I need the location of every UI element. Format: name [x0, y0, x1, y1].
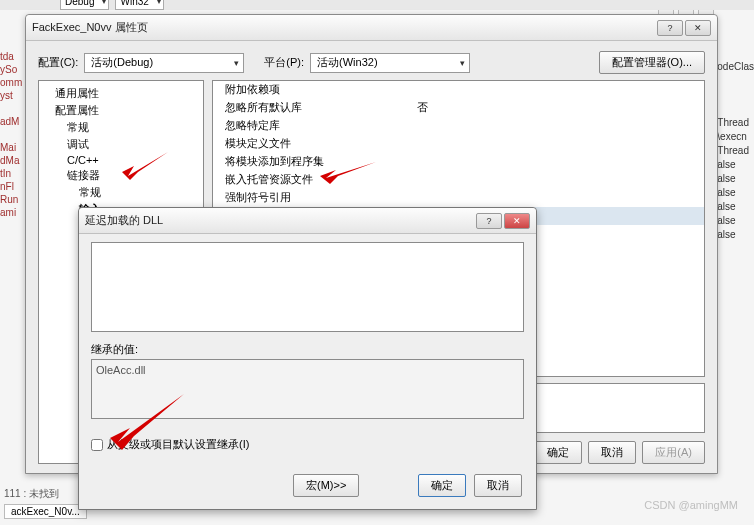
property-name: 强制符号引用: [213, 190, 413, 205]
inherit-checkbox[interactable]: [91, 439, 103, 451]
cancel-button[interactable]: 取消: [588, 441, 636, 464]
inherit-checkbox-label: 从父级或项目默认设置继承(I): [107, 437, 249, 452]
tree-node[interactable]: 常规: [39, 184, 203, 201]
tree-node[interactable]: 通用属性: [39, 85, 203, 102]
property-name: 将模块添加到程序集: [213, 154, 413, 169]
delay-load-dialog: 延迟加载的 DLL ? ✕ 继承的值: 从父级或项目默认设置继承(I) 宏(M)…: [78, 207, 537, 510]
watermark: CSDN @amingMM: [644, 499, 738, 511]
property-row[interactable]: 强制符号引用: [213, 189, 704, 207]
tree-node[interactable]: C/C++: [39, 153, 203, 167]
inherited-values-box: [91, 359, 524, 419]
property-row[interactable]: 模块定义文件: [213, 135, 704, 153]
tree-node[interactable]: 配置属性: [39, 102, 203, 119]
help-icon[interactable]: ?: [657, 20, 683, 36]
property-row[interactable]: 忽略所有默认库否: [213, 99, 704, 117]
bottom-tab[interactable]: ackExec_N0v...: [4, 504, 87, 519]
property-name: 嵌入托管资源文件: [213, 172, 413, 187]
value-textarea[interactable]: [91, 242, 524, 332]
property-row[interactable]: 附加依赖项: [213, 81, 704, 99]
tree-node[interactable]: 常规: [39, 119, 203, 136]
inherited-label: 继承的值:: [91, 342, 524, 357]
status-text: 111 : 未找到: [4, 487, 59, 501]
ok-button[interactable]: 确定: [534, 441, 582, 464]
property-name: 附加依赖项: [213, 82, 413, 97]
window-title: FackExec_N0vv 属性页: [32, 20, 657, 35]
platform-combo-small[interactable]: Win32: [115, 0, 163, 10]
side-text: odeClas Thread \execn Thread alse alse a…: [717, 60, 754, 242]
titlebar[interactable]: FackExec_N0vv 属性页 ? ✕: [26, 15, 717, 41]
tree-node[interactable]: 调试: [39, 136, 203, 153]
tree-node[interactable]: 链接器: [39, 167, 203, 184]
property-name: 忽略特定库: [213, 118, 413, 133]
close-icon[interactable]: ✕: [685, 20, 711, 36]
close-icon[interactable]: ✕: [504, 213, 530, 229]
property-name: 模块定义文件: [213, 136, 413, 151]
apply-button[interactable]: 应用(A): [642, 441, 705, 464]
platform-label: 平台(P):: [264, 55, 304, 70]
help-icon[interactable]: ?: [476, 213, 502, 229]
dialog-titlebar[interactable]: 延迟加载的 DLL ? ✕: [79, 208, 536, 234]
dialog-title: 延迟加载的 DLL: [85, 213, 476, 228]
macro-button[interactable]: 宏(M)>>: [293, 474, 359, 497]
cancel-button[interactable]: 取消: [474, 474, 522, 497]
property-name: 忽略所有默认库: [213, 100, 413, 115]
ok-button[interactable]: 确定: [418, 474, 466, 497]
config-label: 配置(C):: [38, 55, 78, 70]
property-value[interactable]: 否: [413, 100, 704, 115]
ide-toolbar: Debug Win32: [0, 0, 754, 10]
property-row[interactable]: 忽略特定库: [213, 117, 704, 135]
code-strip: tda ySo omm yst adM Mai dMa tIn nFl Run …: [0, 50, 28, 219]
property-row[interactable]: 将模块添加到程序集: [213, 153, 704, 171]
config-manager-button[interactable]: 配置管理器(O)...: [599, 51, 705, 74]
config-combo-small[interactable]: Debug: [60, 0, 109, 10]
property-row[interactable]: 嵌入托管资源文件: [213, 171, 704, 189]
platform-combo[interactable]: 活动(Win32): [310, 53, 470, 73]
config-combo[interactable]: 活动(Debug): [84, 53, 244, 73]
